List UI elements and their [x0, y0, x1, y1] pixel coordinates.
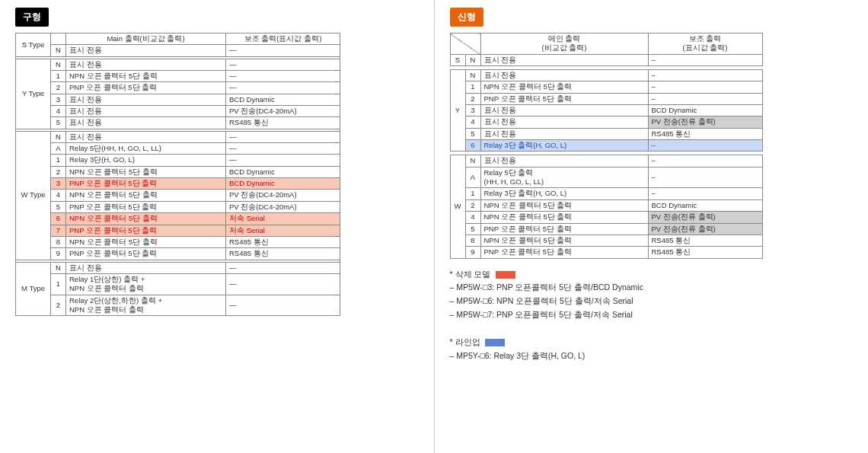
table-row: 1NPN 오픈 콜렉터 5단 출력–: [450, 81, 762, 93]
table-new: 메인 출력 (비교값 출력) 보조 출력 (표시값 출력) S N 표시 전용 …: [450, 33, 763, 66]
table-row: 9PNP 오픈 콜렉터 5단 출력RS485 통신: [450, 247, 762, 258]
notes-deleted-title: * 삭제 모델: [450, 268, 854, 282]
sub-header: 보조 출력 (표시값 출력): [648, 33, 762, 55]
table-row: 8NPN 오픈 콜렉터 5단 출력RS485 통신: [450, 234, 762, 246]
table-row: 4표시 전용PV 전송(전류 출력): [450, 116, 762, 128]
notes-deleted-item: – MP5W-□6: NPN 오픈콜렉터 5단 출력/저속 Serial: [450, 295, 854, 308]
badge-old: 구형: [15, 8, 49, 27]
table-new-y: Y N 표시 전용 – 1NPN 오픈 콜렉터 5단 출력– 2PNP 오픈 콜…: [450, 69, 763, 152]
table-header-row: 메인 출력 (비교값 출력) 보조 출력 (표시값 출력): [450, 33, 762, 55]
table-row: 4NPN 오픈 콜렉터 5단 출력PV 전송(전류 출력): [450, 212, 762, 223]
table-row: S N 표시 전용 –: [450, 54, 762, 65]
table-row-added: 6Relay 3단 출력(H, GO, L)–: [450, 140, 762, 152]
table-row: 9PNP 오픈 콜렉터 5단 출력RS485 통신: [16, 248, 340, 260]
table-row: 1Relay 3단(H, GO, L)—: [16, 155, 340, 166]
swatch-blue-icon: [485, 339, 505, 346]
table-row: 2NPN 오픈 콜렉터 5단 출력BCD Dynamic: [450, 199, 762, 211]
table-row: 2Relay 2단(상한,하한) 출력 + NPN 오픈 콜렉터 출력—: [16, 295, 340, 316]
notes-added-item: – MP5Y-□6: Relay 3단 출력(H, GO, L): [450, 349, 854, 363]
table-row: Y Type N 표시 전용 —: [16, 59, 340, 70]
table-row: 2PNP 오픈 콜렉터 5단 출력—: [16, 82, 340, 94]
swatch-red-icon: [496, 271, 515, 279]
table-row-deleted: 3PNP 오픈 콜렉터 5단 출력BCD Dynamic: [16, 178, 340, 190]
table-row: 2NPN 오픈 콜렉터 5단 출력BCD Dynamic: [16, 166, 340, 177]
type-header-w: W Type: [16, 131, 51, 260]
notes-section: * 삭제 모델 – MP5W-□3: PNP 오픈콜렉터 5단 출력/BCD D…: [450, 268, 854, 363]
table-row-deleted: 7PNP 오픈 콜렉터 5단 출력저속 Serial: [16, 225, 340, 236]
badge-new: 신형: [450, 8, 483, 27]
table-row: N 표시 전용 —: [16, 45, 340, 56]
notes-deleted-item: – MP5W-□3: PNP 오픈콜렉터 5단 출력/BCD Dynamic: [450, 281, 854, 295]
table-row: 5표시 전용RS485 통신: [16, 117, 340, 129]
table-row: 3표시 전용BCD Dynamic: [16, 94, 340, 105]
table-row: W N 표시 전용 –: [450, 155, 762, 167]
type-header-s: S Type: [16, 33, 51, 57]
main-header: 메인 출력 (비교값 출력): [480, 33, 648, 55]
panel-old: 구형 S Type Main 출력(비교값 출력) 보조 출력(표시값 출력) …: [0, 0, 434, 453]
table-row: 4NPN 오픈 콜렉터 5단 출력PV 전송(DC4-20mA): [16, 190, 340, 201]
panel-new: 신형 메인 출력 (비교값 출력) 보조 출력 (표시값 출력) S N 표시 …: [435, 0, 869, 453]
table-row: 5PNP 오픈 콜렉터 5단 출력PV 전송(DC4-20mA): [16, 201, 340, 212]
table-header-row: S Type Main 출력(비교값 출력) 보조 출력(표시값 출력): [16, 33, 340, 45]
sub-header: 보조 출력(표시값 출력): [226, 33, 340, 45]
table-row: 1NPN 오픈 콜렉터 5단 출력—: [16, 71, 340, 82]
table-row: M Type N 표시 전용 —: [16, 262, 340, 273]
table-row: ARelay 5단(HH, H, GO, L, LL)—: [16, 143, 340, 155]
table-row: 1Relay 1단(상한) 출력 + NPN 오픈 콜렉터 출력—: [16, 273, 340, 295]
table-row: 8NPN 오픈 콜렉터 5단 출력RS485 통신: [16, 236, 340, 247]
table-row: 4표시 전용PV 전송(DC4-20mA): [16, 106, 340, 117]
type-header-y: Y Type: [16, 59, 51, 129]
table-row: Y N 표시 전용 –: [450, 70, 762, 81]
type-header-m: M Type: [16, 262, 51, 316]
main-header: Main 출력(비교값 출력): [66, 33, 226, 45]
table-row: 5PNP 오픈 콜렉터 5단 출력PV 전송(전류 출력): [450, 223, 762, 234]
table-row: ARelay 5단 출력 (HH, H, GO, L, LL)–: [450, 167, 762, 188]
diagonal-header: [450, 33, 480, 55]
table-row: W Type N 표시 전용 —: [16, 131, 340, 142]
table-row: 1Relay 3단 출력(H, GO, L)–: [450, 188, 762, 199]
table-new-w: W N 표시 전용 – ARelay 5단 출력 (HH, H, GO, L, …: [450, 155, 763, 258]
table-row-deleted: 6NPN 오픈 콜렉터 5단 출력저속 Serial: [16, 213, 340, 225]
table-row: 5표시 전용RS485 통신: [450, 128, 762, 139]
notes-deleted-item: – MP5W-□7: PNP 오픈콜렉터 5단 출력/저속 Serial: [450, 308, 854, 322]
notes-added-title: * 라인업: [450, 336, 854, 349]
table-old: S Type Main 출력(비교값 출력) 보조 출력(표시값 출력) N 표…: [15, 33, 340, 316]
table-row: 3표시 전용BCD Dynamic: [450, 105, 762, 116]
table-row: 2PNP 오픈 콜렉터 5단 출력–: [450, 93, 762, 104]
